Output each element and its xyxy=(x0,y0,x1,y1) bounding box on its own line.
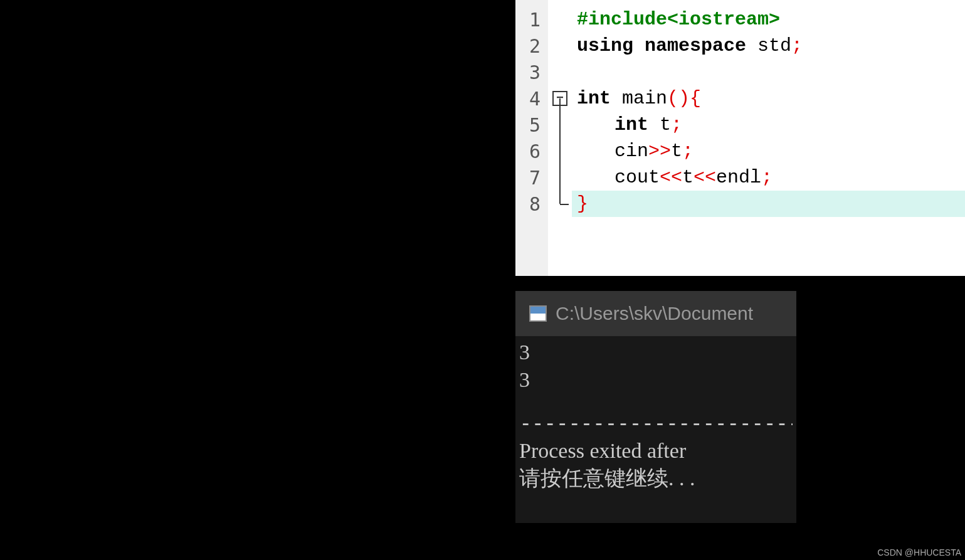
watermark: CSDN @HHUCESTA xyxy=(877,547,961,557)
console-continue-msg: 请按任意键继续. . . xyxy=(519,465,793,492)
console-title: C:\Users\skv\Document xyxy=(556,303,753,324)
console-divider: -------------------------------- xyxy=(519,409,793,436)
code-line-3[interactable] xyxy=(572,59,965,85)
code-area[interactable]: #include<iostream> using namespace std; … xyxy=(572,0,965,276)
line-number: 1 xyxy=(515,6,548,33)
line-number-gutter: 1 2 3 4 5 6 7 8 xyxy=(515,0,548,276)
line-number: 8 xyxy=(515,191,548,217)
code-line-6[interactable]: cin>>t; xyxy=(572,138,965,164)
fold-column: − xyxy=(548,0,572,276)
code-line-2[interactable]: using namespace std; xyxy=(572,33,965,59)
code-line-4[interactable]: int main(){ xyxy=(572,85,965,112)
code-line-5[interactable]: int t; xyxy=(572,112,965,138)
console-process-msg: Process exited after xyxy=(519,437,793,465)
console-window: C:\Users\skv\Document 3 3 --------------… xyxy=(515,291,796,523)
code-editor-panel: 1 2 3 4 5 6 7 8 − #include<iostream> usi… xyxy=(515,0,965,276)
code-line-1[interactable]: #include<iostream> xyxy=(572,6,965,33)
line-number: 3 xyxy=(515,59,548,85)
console-titlebar[interactable]: C:\Users\skv\Document xyxy=(515,291,796,336)
code-line-8[interactable]: } xyxy=(572,191,965,217)
line-number: 4 xyxy=(515,85,548,112)
line-number: 2 xyxy=(515,33,548,59)
line-number: 6 xyxy=(515,138,548,164)
console-output-line: 3 xyxy=(519,339,793,366)
line-number: 7 xyxy=(515,164,548,191)
line-number: 5 xyxy=(515,112,548,138)
console-app-icon xyxy=(529,305,547,322)
console-output-line: 3 xyxy=(519,366,793,394)
code-line-7[interactable]: cout<<t<<endl; xyxy=(572,164,965,191)
console-body[interactable]: 3 3 -------------------------------- Pro… xyxy=(515,336,796,495)
